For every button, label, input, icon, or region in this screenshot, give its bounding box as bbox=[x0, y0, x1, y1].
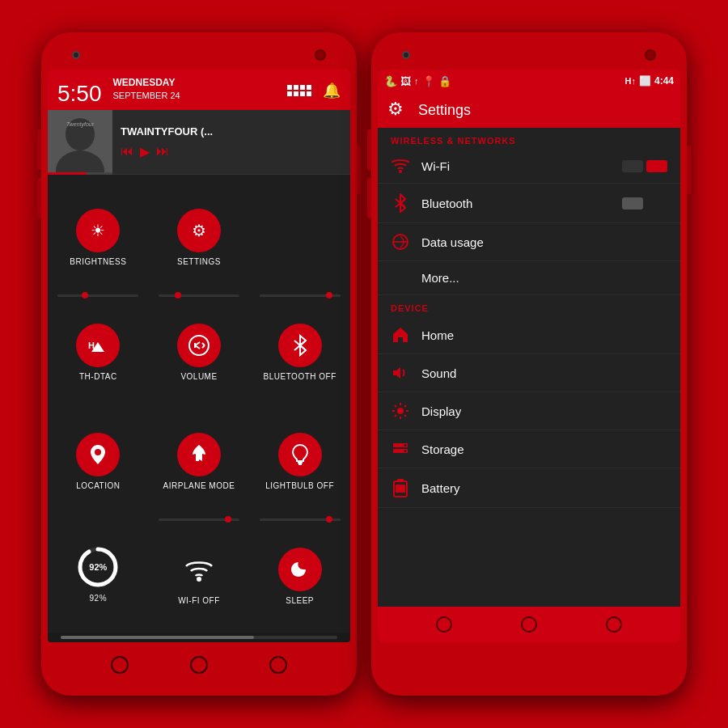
settings-title: Settings bbox=[418, 102, 471, 119]
settings-gear-icon: ⚙ bbox=[387, 99, 410, 121]
sound-settings-label: Sound bbox=[421, 366, 667, 380]
battery-settings-icon bbox=[391, 478, 410, 497]
battery-circle: 92% bbox=[76, 545, 120, 589]
back-button[interactable] bbox=[111, 656, 129, 674]
svg-rect-33 bbox=[396, 485, 405, 493]
qs-settings[interactable]: ⚙ SETTINGS bbox=[149, 180, 250, 289]
wifi-label: WI-FI OFF bbox=[178, 596, 220, 605]
dtac-label: TH-DTAC bbox=[79, 372, 117, 381]
airplane-icon-circle bbox=[177, 433, 221, 476]
qs-location[interactable]: LOCATION bbox=[48, 404, 149, 513]
svg-line-11 bbox=[202, 345, 205, 348]
volume-up-button[interactable] bbox=[37, 129, 41, 170]
date-display: WEDNESDAY SEPTEMBER 24 bbox=[113, 76, 180, 102]
sleep-icon-circle bbox=[278, 548, 322, 591]
settings-toolbar: ⚙ Settings bbox=[378, 92, 680, 128]
wifi-toggle[interactable] bbox=[622, 160, 667, 172]
left-phone: 5:50 WEDNESDAY SEPTEMBER 24 🔔 bbox=[41, 32, 357, 696]
qs-volume[interactable]: VOLUME bbox=[149, 290, 250, 404]
scrollbar[interactable] bbox=[61, 636, 337, 639]
bluetooth-slider[interactable] bbox=[260, 294, 341, 297]
bt-toggle-dark-part bbox=[646, 197, 667, 210]
settings-home-button[interactable] bbox=[521, 616, 537, 633]
left-nav-bar bbox=[48, 645, 350, 684]
time-display: 5:50 bbox=[57, 83, 102, 105]
brightness-icon-circle: ☀ bbox=[76, 209, 120, 252]
clock: 4:44 bbox=[654, 75, 674, 87]
settings-home-item[interactable]: Home bbox=[378, 316, 680, 354]
qs-bluetooth[interactable]: BLUETOOTH OFF bbox=[249, 290, 350, 404]
image-icon: 🖼 bbox=[400, 75, 411, 87]
qs-airplane[interactable]: AIRPLANE MODE bbox=[149, 404, 250, 513]
bluetooth-settings-icon bbox=[391, 193, 410, 213]
right-volume-down-button[interactable] bbox=[367, 178, 371, 218]
qs-battery[interactable]: 92% 92% bbox=[48, 514, 149, 628]
recents-button[interactable] bbox=[269, 656, 287, 674]
music-info: TWAINTYFOUR (... ⏮ ▶ ⏭ bbox=[112, 110, 221, 174]
power-button[interactable] bbox=[357, 146, 361, 194]
volume-slider[interactable] bbox=[159, 294, 239, 297]
scrollbar-thumb bbox=[61, 636, 254, 639]
home-settings-label: Home bbox=[421, 328, 667, 342]
qs-th-dtac[interactable]: H TH-DTAC bbox=[48, 290, 149, 404]
phone-top-bar bbox=[48, 44, 350, 66]
settings-recents-button[interactable] bbox=[606, 616, 622, 633]
settings-more-item[interactable]: More... bbox=[378, 261, 680, 295]
front-camera bbox=[72, 51, 80, 59]
bluetooth-icon-circle bbox=[278, 324, 322, 367]
storage-settings-icon bbox=[391, 440, 410, 458]
settings-storage-item[interactable]: Storage bbox=[378, 430, 680, 468]
right-power-button[interactable] bbox=[687, 146, 691, 194]
wifi-toggle-on-part bbox=[646, 160, 667, 172]
play-icon[interactable]: ▶ bbox=[140, 144, 150, 159]
qs-empty-1 bbox=[249, 180, 350, 289]
device-section-header: DEVICE bbox=[378, 295, 680, 316]
settings-bluetooth-item[interactable]: Bluetooth bbox=[378, 184, 680, 223]
next-icon[interactable]: ⏭ bbox=[156, 144, 169, 159]
wifi-settings-icon bbox=[391, 159, 410, 173]
bluetooth-label: BLUETOOTH OFF bbox=[264, 372, 336, 381]
grid-icon bbox=[287, 85, 311, 96]
bluetooth-toggle[interactable] bbox=[622, 197, 667, 210]
gps-icon: 📍 bbox=[422, 75, 435, 87]
settings-label: SETTINGS bbox=[177, 257, 221, 266]
settings-sound-item[interactable]: Sound bbox=[378, 354, 680, 392]
right-volume-up-button[interactable] bbox=[367, 129, 371, 170]
svg-point-19 bbox=[197, 577, 201, 582]
svg-point-26 bbox=[397, 408, 404, 414]
qs-sleep[interactable]: SLEEP bbox=[249, 514, 350, 628]
volume-down-button[interactable] bbox=[37, 178, 41, 218]
lightbulb-icon-circle bbox=[278, 433, 322, 476]
status-icons: 🔔 bbox=[287, 82, 341, 99]
settings-display-item[interactable]: Display bbox=[378, 392, 680, 430]
svg-point-30 bbox=[404, 450, 407, 452]
right-phone: 🐍 🖼 ↑ 📍 🔒 H↑ ⬜ 4:44 ⚙ Settings WIRELESS … bbox=[371, 32, 687, 696]
settings-wifi-item[interactable]: Wi-Fi bbox=[378, 149, 680, 184]
dtac-slider[interactable] bbox=[57, 294, 138, 297]
prev-icon[interactable]: ⏮ bbox=[121, 144, 133, 159]
settings-back-button[interactable] bbox=[436, 616, 452, 633]
wifi-slider[interactable] bbox=[159, 518, 239, 521]
qs-wifi[interactable]: WI-FI OFF bbox=[149, 514, 250, 628]
sleep-label: SLEEP bbox=[286, 596, 314, 605]
qs-lightbulb[interactable]: LIGHTBULB OFF bbox=[249, 404, 350, 513]
volume-icon-circle bbox=[177, 324, 221, 367]
settings-battery-item[interactable]: Battery bbox=[378, 468, 680, 508]
music-card[interactable]: Twentyfour TWAINTYFOUR (... ⏮ ▶ ⏭ bbox=[48, 110, 350, 175]
home-settings-icon bbox=[391, 326, 410, 344]
more-label: More... bbox=[421, 271, 667, 285]
brightness-label: BRIGHTNESS bbox=[70, 257, 126, 266]
qs-brightness[interactable]: ☀ BRIGHTNESS bbox=[48, 180, 149, 289]
home-button[interactable] bbox=[190, 656, 208, 674]
display-settings-label: Display bbox=[421, 404, 667, 418]
battery-label: 92% bbox=[90, 594, 108, 603]
lightbulb-label: LIGHTBULB OFF bbox=[265, 481, 334, 490]
battery-percentage: 92% bbox=[89, 562, 107, 572]
airplane-label: AIRPLANE MODE bbox=[163, 481, 235, 490]
bell-icon: 🔔 bbox=[323, 82, 341, 99]
album-art: Twentyfour bbox=[48, 110, 112, 175]
sleep-slider[interactable] bbox=[260, 518, 341, 521]
location-label: LOCATION bbox=[76, 481, 120, 490]
settings-data-usage-item[interactable]: Data usage bbox=[378, 223, 680, 261]
svg-rect-32 bbox=[397, 479, 404, 482]
